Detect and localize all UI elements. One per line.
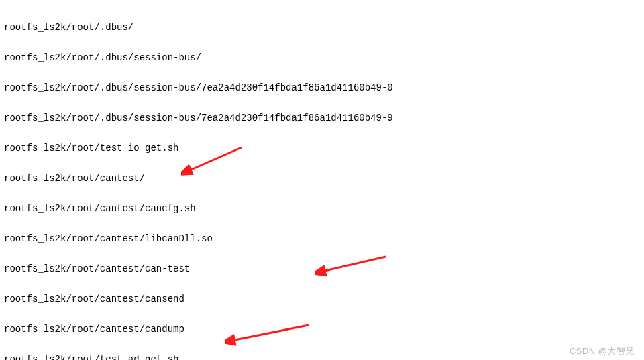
extract-line: rootfs_ls2k/root/.dbus/session-bus/ bbox=[4, 53, 640, 63]
extract-line: rootfs_ls2k/root/cantest/candump bbox=[4, 324, 640, 335]
terminal-output: rootfs_ls2k/root/.dbus/ rootfs_ls2k/root… bbox=[0, 0, 644, 360]
extract-line: rootfs_ls2k/root/cantest/ bbox=[4, 174, 640, 184]
extract-line: rootfs_ls2k/root/cantest/libcanDll.so bbox=[4, 234, 640, 244]
watermark-text: CSDN @大智兄 bbox=[570, 346, 635, 356]
extract-line: rootfs_ls2k/root/cantest/cancfg.sh bbox=[4, 204, 640, 214]
extract-line: rootfs_ls2k/root/cantest/cansend bbox=[4, 294, 640, 304]
extract-line: rootfs_ls2k/root/.dbus/ bbox=[4, 23, 640, 33]
extract-line: rootfs_ls2k/root/.dbus/session-bus/7ea2a… bbox=[4, 113, 640, 123]
extract-line: rootfs_ls2k/root/.dbus/session-bus/7ea2a… bbox=[4, 83, 640, 93]
extract-line: rootfs_ls2k/root/cantest/can-test bbox=[4, 264, 640, 274]
extract-line: rootfs_ls2k/root/test_ad_get.sh bbox=[4, 355, 640, 360]
extract-line: rootfs_ls2k/root/test_io_get.sh bbox=[4, 143, 640, 154]
